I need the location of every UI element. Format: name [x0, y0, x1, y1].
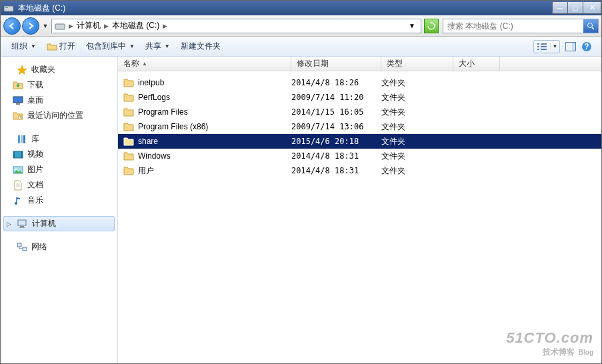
history-dropdown[interactable]: ▼	[41, 23, 50, 29]
breadcrumb-item[interactable]: 计算机	[77, 20, 101, 31]
maximize-button[interactable]: □	[567, 2, 583, 14]
svg-rect-12	[572, 43, 575, 51]
col-date[interactable]: 修改日期	[291, 57, 381, 71]
search-button[interactable]	[583, 19, 598, 33]
svg-point-26	[15, 202, 17, 205]
table-row[interactable]: Program Files (x86)2009/7/14 13:06文件夹	[118, 119, 601, 134]
file-list-pane: 名称▲ 修改日期 类型 大小 inetpub2014/4/8 18:26文件夹P…	[118, 57, 601, 363]
breadcrumb-sep-icon[interactable]: ▶	[161, 23, 169, 29]
table-row[interactable]: 用户2014/4/8 18:31文件夹	[118, 163, 601, 178]
explorer-window: 本地磁盘 (C:) ─ □ ✕ ▼ ▶ 计算机 ▶ 本地磁盘 (C:) ▶ ▼	[0, 0, 602, 364]
refresh-button[interactable]	[424, 19, 439, 33]
file-date: 2009/7/14 11:20	[291, 93, 381, 102]
favorites-root[interactable]: 收藏夹	[3, 62, 115, 77]
folder-icon	[123, 122, 134, 131]
folder-icon	[123, 151, 134, 161]
tree-item-recent[interactable]: 最近访问的位置	[3, 108, 115, 123]
folder-icon	[123, 107, 134, 117]
svg-rect-2	[55, 24, 65, 29]
search-icon	[587, 22, 595, 30]
svg-text:?: ?	[584, 42, 589, 51]
window-title: 本地磁盘 (C:)	[18, 3, 553, 14]
folder-icon	[123, 166, 134, 175]
document-icon	[13, 180, 23, 191]
preview-pane-icon[interactable]	[565, 42, 576, 51]
file-name: Program Files	[138, 107, 188, 117]
tree-item-videos[interactable]: 视频	[3, 147, 115, 162]
svg-rect-1	[5, 7, 8, 8]
breadcrumb-sep-icon[interactable]: ▶	[67, 23, 75, 29]
window-buttons: ─ □ ✕	[553, 2, 601, 14]
open-folder-icon	[47, 42, 57, 51]
tree-item-music[interactable]: 音乐	[3, 193, 115, 208]
svg-rect-0	[4, 6, 13, 11]
desktop-icon	[13, 95, 23, 106]
titlebar: 本地磁盘 (C:) ─ □ ✕	[1, 1, 601, 15]
table-row[interactable]: inetpub2014/4/8 18:26文件夹	[118, 75, 601, 90]
organize-button[interactable]: 组织▼	[7, 39, 40, 54]
table-row[interactable]: Windows2014/4/8 18:31文件夹	[118, 149, 601, 163]
back-button[interactable]	[3, 17, 21, 35]
help-icon[interactable]: ?	[581, 41, 592, 52]
view-mode-button[interactable]: ▼	[533, 40, 560, 53]
body-pane: 收藏夹 下载 桌面 最近访问的位置	[1, 57, 601, 363]
tree-item-downloads[interactable]: 下载	[3, 77, 115, 93]
star-icon	[17, 65, 27, 75]
svg-rect-16	[16, 103, 20, 105]
svg-rect-31	[23, 247, 27, 251]
svg-rect-15	[13, 97, 23, 103]
minimize-button[interactable]: ─	[552, 2, 568, 14]
share-button[interactable]: 共享▼	[141, 39, 174, 54]
file-type: 文件夹	[381, 121, 453, 133]
chevron-down-icon: ▼	[31, 43, 36, 49]
new-folder-button[interactable]: 新建文件夹	[177, 39, 225, 54]
breadcrumb-sep-icon[interactable]: ▶	[102, 23, 111, 29]
chevron-down-icon: ▼	[165, 43, 170, 49]
view-list-icon	[534, 43, 550, 51]
computer-root[interactable]: ▷ 计算机	[3, 216, 115, 231]
tree-item-pictures[interactable]: 图片	[3, 162, 115, 177]
breadcrumb-item[interactable]: 本地磁盘 (C:)	[112, 20, 159, 31]
table-row[interactable]: PerfLogs2009/7/14 11:20文件夹	[118, 90, 601, 105]
file-date: 2015/4/6 20:18	[291, 137, 381, 146]
svg-rect-27	[18, 220, 26, 225]
breadcrumb-dropdown-icon[interactable]: ▼	[406, 22, 418, 29]
table-row[interactable]: share2015/4/6 20:18文件夹	[118, 134, 601, 149]
close-button[interactable]: ✕	[583, 2, 601, 14]
network-root[interactable]: 网络	[3, 239, 115, 255]
network-icon	[17, 242, 27, 253]
download-icon	[13, 80, 23, 91]
tree-item-desktop[interactable]: 桌面	[3, 93, 115, 108]
file-name: 用户	[138, 165, 154, 177]
col-name[interactable]: 名称▲	[118, 57, 291, 71]
chevron-down-icon[interactable]: ▼	[550, 43, 559, 49]
navigation-bar: ▼ ▶ 计算机 ▶ 本地磁盘 (C:) ▶ ▼	[1, 15, 601, 37]
col-type[interactable]: 类型	[381, 57, 453, 71]
libraries-root[interactable]: 库	[3, 131, 115, 147]
file-name: share	[138, 137, 158, 146]
svg-rect-20	[23, 135, 25, 143]
file-type: 文件夹	[381, 151, 453, 162]
svg-rect-30	[17, 243, 21, 247]
include-library-button[interactable]: 包含到库中▼	[82, 39, 139, 54]
search-input[interactable]	[443, 21, 583, 31]
file-type: 文件夹	[381, 136, 453, 147]
svg-line-4	[592, 27, 594, 29]
forward-button[interactable]	[22, 17, 39, 35]
svg-rect-18	[18, 135, 20, 143]
table-row[interactable]: Program Files2014/1/15 16:05文件夹	[118, 105, 601, 119]
svg-rect-21	[13, 151, 23, 158]
file-type: 文件夹	[381, 77, 453, 89]
column-headers: 名称▲ 修改日期 类型 大小	[118, 57, 601, 71]
file-type: 文件夹	[381, 107, 453, 118]
tree-item-documents[interactable]: 文档	[3, 177, 115, 193]
svg-rect-22	[13, 151, 15, 158]
open-button[interactable]: 打开	[43, 39, 79, 54]
sort-asc-icon: ▲	[142, 61, 147, 67]
picture-icon	[13, 165, 23, 175]
col-size[interactable]: 大小	[453, 57, 500, 71]
breadcrumb[interactable]: ▶ 计算机 ▶ 本地磁盘 (C:) ▶ ▼	[51, 19, 421, 33]
navigation-tree: 收藏夹 下载 桌面 最近访问的位置	[1, 57, 118, 363]
svg-point-3	[588, 23, 593, 27]
drive-icon	[3, 3, 14, 13]
